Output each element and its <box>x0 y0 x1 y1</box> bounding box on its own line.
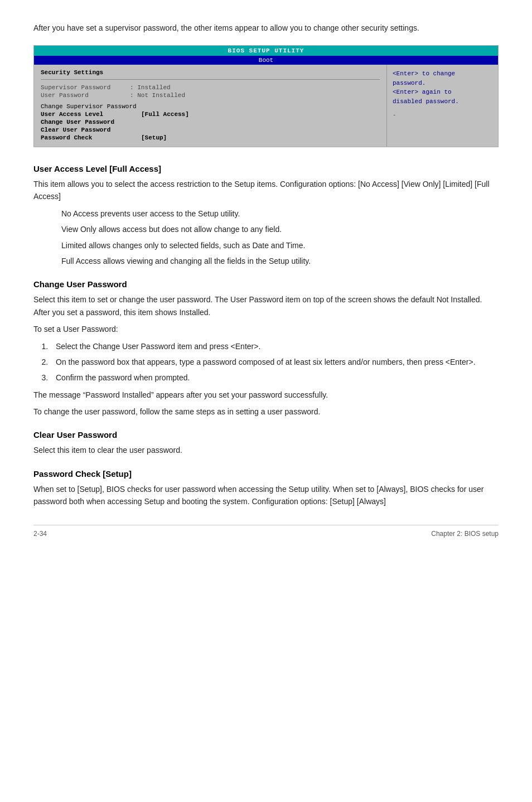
bios-password-check-value: [Setup] <box>141 134 167 141</box>
bios-password-check-row: Password Check [Setup] <box>41 134 380 141</box>
intro-paragraph: After you have set a supervisor password… <box>33 22 499 34</box>
section-heading-password-check: Password Check [Setup] <box>33 469 499 479</box>
bios-section-title: Security Settings <box>41 69 380 76</box>
indent-block-0-0: No Access prevents user access to the Se… <box>33 207 499 220</box>
section-para-2-0: Select this item to clear the user passw… <box>33 444 499 456</box>
indent-block-0-1: View Only allows access but does not all… <box>33 223 499 235</box>
bios-tab: Boot <box>34 56 498 65</box>
bios-user-access-value: [Full Access] <box>141 111 189 118</box>
bios-user-password-row: User Password : Not Installed <box>41 92 380 99</box>
list-item-1-1: On the password box that appears, type a… <box>50 356 499 368</box>
indent-text-0-0: No Access prevents user access to the Se… <box>61 207 499 220</box>
section-para-3-0: When set to [Setup], BIOS checks for use… <box>33 483 499 508</box>
section-user-access-level: User Access Level [Full Access]This item… <box>33 164 499 267</box>
bios-password-check-label: Password Check <box>41 134 141 141</box>
page-footer: 2-34 Chapter 2: BIOS setup <box>33 525 499 538</box>
bios-help-line4: disabled password. <box>393 98 459 105</box>
bios-divider <box>41 79 380 80</box>
content-sections: User Access Level [Full Access]This item… <box>33 164 499 508</box>
bios-change-supervisor: Change Supervisor Password <box>41 103 380 110</box>
indent-text-0-2: Limited allows changes only to selected … <box>61 239 499 252</box>
bios-header: BIOS SETUP UTILITY <box>34 46 498 56</box>
indent-text-0-3: Full Access allows viewing and changing … <box>61 255 499 267</box>
after-para-1-0: The message “Password Installed” appears… <box>33 389 499 401</box>
section-change-user-password: Change User PasswordSelect this item to … <box>33 279 499 418</box>
bios-dash: - <box>393 112 492 118</box>
bios-screen: BIOS SETUP UTILITY Boot Security Setting… <box>33 45 499 147</box>
bios-clear-user-password: Clear User Password <box>41 127 380 133</box>
bios-change-user-password: Change User Password <box>41 119 380 125</box>
section-password-check: Password Check [Setup]When set to [Setup… <box>33 469 499 508</box>
bios-main-panel: Security Settings Supervisor Password : … <box>34 65 386 147</box>
indent-text-0-1: View Only allows access but does not all… <box>61 223 499 235</box>
bios-user-access-row: User Access Level [Full Access] <box>41 111 380 118</box>
section-heading-change-user-password: Change User Password <box>33 279 499 289</box>
section-heading-clear-user-password: Clear User Password <box>33 430 499 439</box>
bios-user-access-label: User Access Level <box>41 111 141 118</box>
section-heading-user-access-level: User Access Level [Full Access] <box>33 164 499 173</box>
section-para-0-0: This item allows you to select the acces… <box>33 178 499 203</box>
after-para-1-1: To change the user password, follow the … <box>33 405 499 418</box>
bios-help-line3: <Enter> again to <box>393 89 452 95</box>
bios-supervisor-row: Supervisor Password : Installed <box>41 84 380 91</box>
bios-sidebar: <Enter> to change password. <Enter> agai… <box>386 65 498 147</box>
indent-block-0-2: Limited allows changes only to selected … <box>33 239 499 252</box>
list-item-1-0: Select the Change User Password item and… <box>50 340 499 352</box>
section-para-1-1: To set a User Password: <box>33 323 499 335</box>
section-para-1-0: Select this item to set or change the us… <box>33 293 499 318</box>
section-clear-user-password: Clear User PasswordSelect this item to c… <box>33 430 499 456</box>
bios-help-line1: <Enter> to change <box>393 70 455 77</box>
footer-right: Chapter 2: BIOS setup <box>431 530 499 538</box>
list-item-1-2: Confirm the password when prompted. <box>50 371 499 384</box>
indent-block-0-3: Full Access allows viewing and changing … <box>33 255 499 267</box>
numbered-list-1: Select the Change User Password item and… <box>33 340 499 384</box>
bios-user-value: : Not Installed <box>130 92 185 99</box>
footer-left: 2-34 <box>33 530 47 538</box>
bios-supervisor-value: : Installed <box>130 84 171 91</box>
bios-user-label: User Password <box>41 92 130 99</box>
bios-help-line2: password. <box>393 80 425 86</box>
bios-supervisor-label: Supervisor Password <box>41 84 130 91</box>
